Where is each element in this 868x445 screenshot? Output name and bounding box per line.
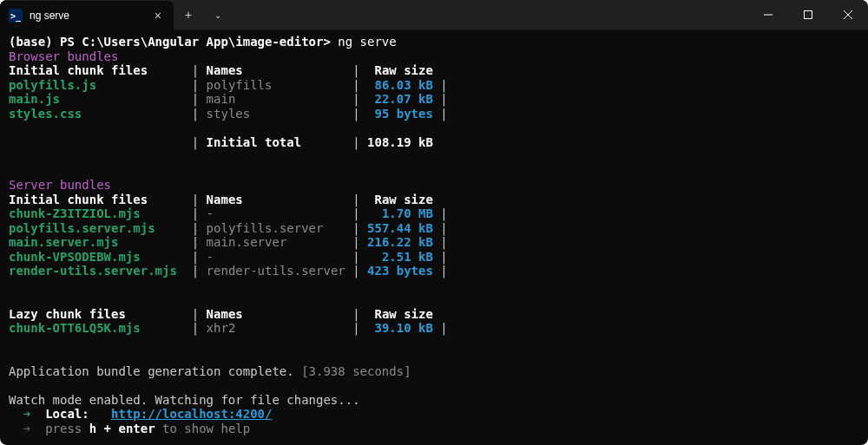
tab-title: ng serve: [30, 10, 144, 22]
browser-bundles-heading: Browser bundles: [9, 49, 118, 63]
table-row: render-utils.server.mjs | render-utils.s…: [9, 264, 448, 278]
watch-mode-line: Watch mode enabled. Watching for file ch…: [9, 393, 360, 407]
lazy-header-row: Lazy chunk files | Names | Raw size: [9, 307, 433, 321]
server-header-row: Initial chunk files | Names | Raw size: [9, 193, 433, 206]
table-row: main.js | main | 22.07 kB |: [9, 92, 448, 106]
bundle-complete: Application bundle generation complete. …: [9, 364, 411, 378]
table-row: polyfills.server.mjs | polyfills.server …: [9, 221, 448, 235]
prompt-line: (base) PS C:\Users\Angular App\image-edi…: [9, 35, 397, 49]
titlebar: >_ ng serve × + ⌄: [0, 0, 868, 29]
new-tab-button[interactable]: +: [174, 0, 203, 29]
table-row: chunk-OTT6LQ5K.mjs | xhr2 | 39.10 kB |: [9, 321, 448, 335]
browser-header-row: Initial chunk files | Names | Raw size: [9, 63, 433, 77]
powershell-icon: >_: [9, 9, 23, 23]
terminal-body[interactable]: (base) PS C:\Users\Angular App\image-edi…: [0, 29, 868, 445]
table-row: styles.css | styles | 95 bytes |: [9, 107, 448, 121]
maximize-button[interactable]: [788, 0, 828, 29]
tab-close-button[interactable]: ×: [151, 9, 165, 23]
minimize-button[interactable]: [748, 0, 788, 29]
table-row: chunk-Z3ITZIOL.mjs | - | 1.70 MB |: [9, 206, 448, 220]
tab-dropdown-button[interactable]: ⌄: [203, 0, 233, 29]
close-button[interactable]: [828, 0, 868, 29]
help-line: ➜ press h + enter to show help: [9, 422, 250, 435]
table-row: main.server.mjs | main.server | 216.22 k…: [9, 235, 448, 249]
table-row: polyfills.js | polyfills | 86.03 kB |: [9, 78, 448, 92]
browser-total-row: | Initial total | 108.19 kB: [9, 135, 433, 149]
svg-rect-1: [805, 11, 812, 19]
terminal-window: >_ ng serve × + ⌄ (base) PS C:\Users\Ang…: [0, 0, 868, 445]
local-url[interactable]: http://localhost:4200/: [111, 407, 272, 421]
table-row: chunk-VPSODEBW.mjs | - | 2.51 kB |: [9, 250, 448, 264]
server-bundles-heading: Server bundles: [9, 178, 111, 192]
local-url-line: ➜ Local: http://localhost:4200/: [9, 407, 272, 421]
tab[interactable]: >_ ng serve ×: [0, 1, 174, 30]
